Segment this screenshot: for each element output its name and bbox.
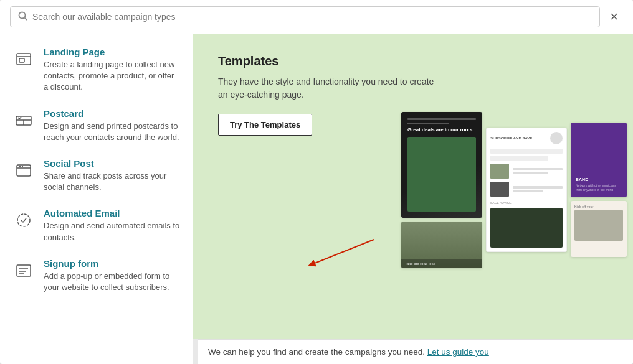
- social-post-icon: [12, 159, 35, 182]
- preview-col-2: SUBSCRIBE AND SAVE: [486, 128, 567, 252]
- sidebar: Landing Page Create a landing page to co…: [0, 34, 193, 364]
- sidebar-item-landing-page[interactable]: Landing Page Create a landing page to co…: [0, 39, 193, 101]
- search-input[interactable]: [32, 12, 592, 22]
- postcard-desc: Design and send printed postcards to rea…: [44, 121, 180, 143]
- main-content: Templates They have the style and functi…: [193, 34, 633, 364]
- social-post-desc: Share and track posts across your social…: [44, 170, 180, 193]
- svg-rect-4: [19, 58, 24, 62]
- modal-header: ×: [0, 0, 633, 34]
- preview-col-1: Great deals are in our roots Take the ro…: [401, 112, 482, 268]
- svg-point-12: [17, 214, 30, 226]
- close-button[interactable]: ×: [605, 7, 623, 26]
- svg-line-1: [25, 18, 27, 21]
- landing-page-title: Landing Page: [44, 47, 180, 57]
- footer-text: We can help you find and create the camp…: [208, 347, 425, 357]
- preview-card-light: Kick off your: [571, 201, 627, 257]
- postcard-icon: [12, 110, 35, 132]
- landing-page-icon: [12, 48, 35, 70]
- automated-email-title: Automated Email: [44, 208, 180, 218]
- preview-images: Great deals are in our roots Take the ro…: [371, 34, 633, 339]
- modal-body: Landing Page Create a landing page to co…: [0, 34, 633, 364]
- guide-link[interactable]: Let us guide you: [427, 347, 489, 357]
- preview-card-white: SUBSCRIBE AND SAVE: [486, 128, 567, 252]
- social-post-title: Social Post: [44, 158, 180, 169]
- automated-email-desc: Design and send automated emails to cont…: [44, 220, 180, 243]
- preview-card-dark: Great deals are in our roots: [401, 112, 482, 218]
- sidebar-item-postcard[interactable]: Postcard Design and send printed postcar…: [0, 101, 193, 151]
- signup-form-title: Signup form: [44, 258, 180, 269]
- search-bar[interactable]: [10, 6, 600, 27]
- sidebar-item-automated-email[interactable]: Automated Email Design and send automate…: [0, 200, 193, 250]
- automated-email-icon: [12, 209, 35, 231]
- sidebar-wrapper: Landing Page Create a landing page to co…: [0, 34, 193, 364]
- try-templates-button[interactable]: Try The Templates: [218, 114, 312, 136]
- svg-line-18: [312, 240, 374, 264]
- preview-card-gray: Take the road less: [401, 222, 482, 268]
- preview-col-3: BAND Network with other musicians from a…: [571, 123, 627, 257]
- landing-page-desc: Create a landing page to collect new con…: [44, 59, 180, 93]
- svg-rect-13: [17, 265, 31, 276]
- signup-form-icon: [12, 259, 35, 282]
- signup-form-desc: Add a pop-up or embedded form to your we…: [44, 271, 180, 293]
- svg-point-0: [19, 12, 26, 19]
- search-icon: [18, 11, 27, 22]
- sidebar-item-signup-form[interactable]: Signup form Add a pop-up or embedded for…: [0, 251, 193, 301]
- svg-rect-8: [17, 165, 31, 176]
- modal-dialog: × Landing Page Create a la: [0, 0, 633, 364]
- sidebar-item-social-post[interactable]: Social Post Share and track posts across…: [0, 151, 193, 200]
- arrow-annotation: [299, 233, 374, 271]
- preview-card-purple: BAND Network with other musicians from a…: [571, 123, 627, 197]
- postcard-title: Postcard: [44, 108, 180, 119]
- footer-bar: We can help you find and create the camp…: [193, 339, 633, 364]
- hero-section: Templates They have the style and functi…: [193, 34, 633, 339]
